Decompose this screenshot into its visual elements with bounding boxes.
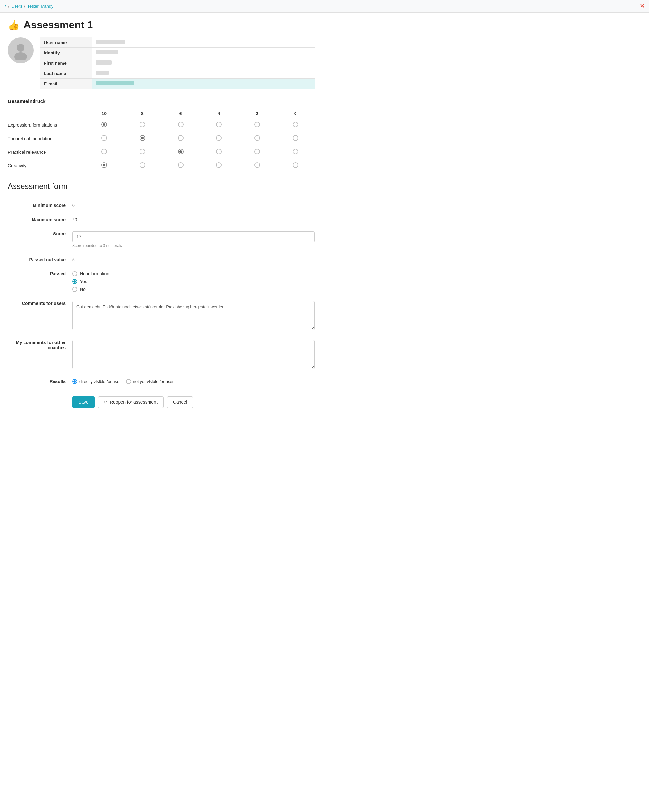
- rating-radio-button[interactable]: [293, 149, 299, 154]
- rating-radio-button[interactable]: [216, 122, 222, 127]
- score-input[interactable]: [72, 231, 314, 242]
- rating-radio-cell[interactable]: [276, 159, 314, 172]
- rating-radio-cell[interactable]: [161, 132, 200, 145]
- results-options: directly visible for usernot yet visible…: [72, 377, 314, 384]
- comments-coaches-label: My comments for other coaches: [8, 338, 72, 350]
- rating-radio-button[interactable]: [178, 122, 184, 127]
- comments-coaches-row: My comments for other coaches: [8, 338, 314, 370]
- sep2: /: [24, 4, 26, 9]
- rating-radio-button[interactable]: [101, 122, 107, 127]
- user-field-label: Identity: [40, 48, 91, 58]
- rating-radio-button[interactable]: [216, 149, 222, 154]
- rating-radio-button[interactable]: [254, 149, 260, 154]
- rating-radio-button[interactable]: [140, 135, 145, 141]
- rating-radio-cell[interactable]: [85, 132, 123, 145]
- rating-radio-button[interactable]: [101, 162, 107, 168]
- users-link[interactable]: Users: [11, 4, 22, 9]
- rating-radio-cell[interactable]: [238, 145, 276, 159]
- reopen-icon: ↺: [104, 400, 108, 405]
- reopen-button[interactable]: ↺ Reopen for assessment: [98, 396, 164, 408]
- passed-options: No informationYesNo: [72, 269, 314, 292]
- save-button[interactable]: Save: [72, 396, 95, 408]
- rating-radio-cell[interactable]: [123, 145, 162, 159]
- rating-column-header: 4: [200, 109, 238, 118]
- rating-radio-cell[interactable]: [85, 118, 123, 132]
- rating-radio-cell[interactable]: [85, 145, 123, 159]
- score-row: Score Score rounded to 3 numerals: [8, 229, 314, 248]
- passed-option[interactable]: No information: [72, 271, 314, 276]
- cancel-button[interactable]: Cancel: [167, 396, 193, 408]
- rating-radio-cell[interactable]: [123, 159, 162, 172]
- rating-radio-cell[interactable]: [200, 159, 238, 172]
- score-input-container: Score rounded to 3 numerals: [72, 229, 314, 248]
- passed-option-label: No: [80, 287, 86, 292]
- rating-radio-cell[interactable]: [238, 132, 276, 145]
- rating-radio-cell[interactable]: [238, 118, 276, 132]
- rating-radio-cell[interactable]: [123, 118, 162, 132]
- results-option[interactable]: directly visible for user: [72, 379, 121, 384]
- rating-radio-button[interactable]: [178, 135, 184, 141]
- passed-radio-circle: [72, 279, 77, 284]
- rating-radio-button[interactable]: [101, 149, 107, 154]
- user-field-value: [91, 37, 314, 48]
- results-radio-circle: [126, 379, 131, 384]
- rating-column-header: 10: [85, 109, 123, 118]
- breadcrumb: ‹ / Users / Tester, Mandy ✕: [0, 0, 649, 12]
- maximum-score-label: Maximum score: [8, 215, 72, 222]
- rating-radio-button[interactable]: [216, 162, 222, 168]
- user-field-label: Last name: [40, 69, 91, 79]
- passed-radio-circle: [72, 271, 77, 276]
- rating-radio-button[interactable]: [178, 162, 184, 168]
- rating-radio-cell[interactable]: [161, 145, 200, 159]
- user-field-value: [91, 69, 314, 79]
- rating-radio-button[interactable]: [254, 135, 260, 141]
- rating-radio-cell[interactable]: [200, 118, 238, 132]
- rating-radio-cell[interactable]: [238, 159, 276, 172]
- results-option-label: directly visible for user: [79, 379, 121, 384]
- rating-column-header: 8: [123, 109, 162, 118]
- minimum-score-label: Minimum score: [8, 201, 72, 208]
- rating-radio-button[interactable]: [254, 162, 260, 168]
- rating-radio-cell[interactable]: [276, 132, 314, 145]
- passed-cut-value: 5: [72, 255, 314, 262]
- user-field-label: First name: [40, 58, 91, 69]
- rating-radio-button[interactable]: [101, 135, 107, 141]
- rating-radio-cell[interactable]: [200, 132, 238, 145]
- comments-users-textarea[interactable]: Gut gemacht! Es könnte noch etwas stärke…: [72, 301, 314, 330]
- rating-radio-button[interactable]: [293, 122, 299, 127]
- rating-radio-button[interactable]: [293, 135, 299, 141]
- rating-column-header: 0: [276, 109, 314, 118]
- rating-radio-button[interactable]: [293, 162, 299, 168]
- passed-cut-value-row: Passed cut value 5: [8, 255, 314, 262]
- passed-option[interactable]: No: [72, 287, 314, 292]
- reopen-label: Reopen for assessment: [110, 400, 158, 405]
- close-icon[interactable]: ✕: [640, 3, 644, 10]
- assessment-form-title: Assessment form: [8, 182, 314, 194]
- rating-radio-cell[interactable]: [276, 145, 314, 159]
- rating-radio-cell[interactable]: [276, 118, 314, 132]
- assessment-form-section: Assessment form Minimum score 0 Maximum …: [8, 182, 314, 408]
- page-title: Assessment 1: [23, 19, 93, 31]
- rating-table: 1086420 Expression, formulationsTheoreti…: [8, 109, 314, 172]
- rating-radio-button[interactable]: [216, 135, 222, 141]
- rating-row: Practical relevance: [8, 145, 314, 159]
- rating-column-header: 6: [161, 109, 200, 118]
- rating-radio-cell[interactable]: [161, 118, 200, 132]
- rating-row: Creativity: [8, 159, 314, 172]
- rating-radio-cell[interactable]: [161, 159, 200, 172]
- rating-radio-button[interactable]: [178, 149, 184, 154]
- comments-coaches-textarea[interactable]: [72, 340, 314, 369]
- results-radio-circle: [72, 379, 77, 384]
- rating-radio-button[interactable]: [140, 122, 145, 127]
- rating-radio-button[interactable]: [140, 149, 145, 154]
- rating-radio-button[interactable]: [254, 122, 260, 127]
- results-option[interactable]: not yet visible for user: [126, 379, 174, 384]
- back-button[interactable]: ‹: [5, 3, 6, 9]
- rating-radio-cell[interactable]: [85, 159, 123, 172]
- rating-radio-button[interactable]: [140, 162, 145, 168]
- passed-option[interactable]: Yes: [72, 279, 314, 284]
- rating-header-empty: [8, 109, 85, 118]
- rating-radio-cell[interactable]: [200, 145, 238, 159]
- rating-radio-cell[interactable]: [123, 132, 162, 145]
- comments-users-row: Comments for users Gut gemacht! Es könnt…: [8, 299, 314, 331]
